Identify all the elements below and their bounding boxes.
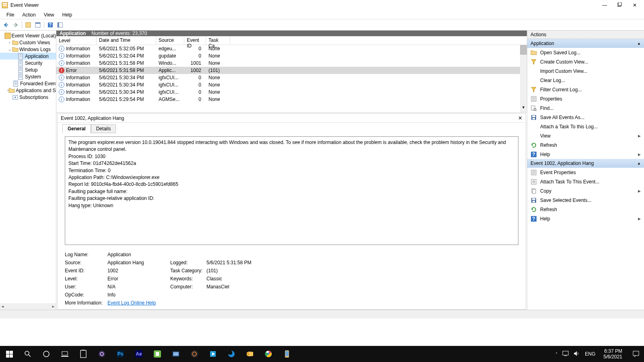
cortana-button[interactable] — [37, 346, 56, 362]
navigation-tree[interactable]: Event Viewer (Local)›Custom Views⌄Window… — [0, 31, 56, 310]
help-button[interactable]: ? — [46, 21, 55, 29]
action-item[interactable]: Attach Task To This Event... — [527, 177, 644, 186]
tree-node[interactable]: Forwarded Events — [0, 80, 56, 87]
action-item[interactable]: Refresh — [527, 140, 644, 150]
tray-volume-icon[interactable] — [574, 351, 580, 358]
show-tree-button[interactable] — [24, 21, 33, 29]
close-button[interactable]: ✕ — [633, 2, 637, 8]
event-log-online-help-link[interactable]: Event Log Online Help — [107, 300, 156, 306]
tree-node[interactable]: ›Applications and Services Logs — [0, 87, 56, 94]
toolbar-button-2[interactable] — [56, 21, 64, 29]
svg-point-68 — [25, 351, 29, 355]
taskbar-app[interactable]: Ae — [130, 346, 148, 362]
action-item[interactable]: Filter Current Log... — [527, 85, 644, 94]
taskbar-app[interactable] — [74, 346, 93, 362]
minimize-button[interactable]: — — [602, 2, 606, 8]
taskbar-app[interactable] — [278, 346, 296, 362]
start-button[interactable] — [0, 346, 19, 362]
taskbar-app[interactable] — [148, 346, 167, 362]
system-tray[interactable]: ˄ ENG 6:37 PM 5/6/2021 — [555, 348, 628, 360]
event-row[interactable]: !Error 5/6/2021 5:31:58 PM Applic... 100… — [56, 67, 527, 74]
action-item[interactable]: Save Selected Events... — [527, 195, 644, 205]
event-row[interactable]: iInformation 5/6/2021 5:30:34 PM igfxCUI… — [56, 74, 527, 81]
svg-point-74 — [99, 351, 105, 357]
actions-section-header[interactable]: Application▲ — [527, 39, 644, 48]
event-row[interactable]: iInformation 5/6/2021 5:30:34 PM igfxCUI… — [56, 81, 527, 88]
toolbar-button[interactable] — [33, 21, 42, 29]
action-item[interactable]: Find... — [527, 103, 644, 113]
taskbar[interactable]: Ps Ae ˄ ENG 6:37 PM 5/6/2021 — [0, 346, 644, 362]
action-item[interactable]: Open Saved Log... — [527, 48, 644, 57]
taskbar-app[interactable] — [204, 346, 222, 362]
detail-close-icon[interactable]: ✕ — [518, 115, 522, 121]
event-message[interactable]: The program explorer.exe version 10.0.19… — [65, 136, 518, 245]
grid-header[interactable]: Level Date and Time Source Event ID Task… — [56, 36, 527, 45]
action-item[interactable]: Copy▶ — [527, 186, 644, 195]
col-date[interactable]: Date and Time — [97, 36, 156, 45]
event-row[interactable]: iInformation 5/6/2021 5:30:34 PM igfxCUI… — [56, 88, 527, 96]
menu-view[interactable]: View — [40, 11, 58, 19]
taskbar-app[interactable] — [222, 346, 241, 362]
action-item[interactable]: View▶ — [527, 131, 644, 140]
taskview-button[interactable] — [56, 346, 74, 362]
action-item[interactable]: Save All Events As... — [527, 113, 644, 122]
col-level[interactable]: Level — [56, 36, 97, 45]
tray-language[interactable]: ENG — [585, 351, 595, 357]
event-grid[interactable]: Level Date and Time Source Event ID Task… — [56, 36, 527, 113]
taskbar-app[interactable] — [241, 346, 259, 362]
svg-text:?: ? — [532, 152, 535, 157]
search-button[interactable] — [19, 346, 37, 362]
tray-display-icon[interactable] — [562, 351, 569, 358]
event-row[interactable]: iInformation 5/6/2021 5:32:05 PM edgeu..… — [56, 45, 527, 52]
col-taskcat[interactable]: Task Ca... — [206, 36, 230, 45]
action-item[interactable]: Properties — [527, 94, 644, 103]
maximize-button[interactable] — [617, 2, 621, 8]
tree-node[interactable]: Setup — [0, 66, 56, 73]
action-item[interactable]: Clear Log... — [527, 76, 644, 85]
tab-general[interactable]: General — [62, 124, 91, 133]
tray-clock[interactable]: 6:37 PM 5/6/2021 — [600, 348, 625, 360]
notifications-button[interactable] — [628, 346, 644, 362]
tree-node[interactable]: System — [0, 73, 56, 80]
tree-root[interactable]: Event Viewer (Local) — [0, 32, 56, 39]
action-item[interactable]: Create Custom View... — [527, 57, 644, 66]
action-item[interactable]: Attach a Task To this Log... — [527, 122, 644, 131]
action-item[interactable]: ?Help▶ — [527, 150, 644, 159]
back-button[interactable] — [2, 21, 10, 29]
tray-chevron-icon[interactable]: ˄ — [555, 352, 557, 356]
actions-section-header[interactable]: Event 1002, Application Hang▲ — [527, 159, 644, 168]
refresh-icon — [530, 142, 537, 148]
menu-action[interactable]: Action — [18, 11, 39, 19]
tree-node[interactable]: Security — [0, 60, 56, 66]
tree-node[interactable]: ⌄Windows Logs — [0, 46, 56, 53]
taskbar-app[interactable] — [259, 346, 278, 362]
prop-value: 1002 — [107, 268, 170, 274]
tree-node[interactable]: Application — [0, 53, 56, 60]
taskbar-app[interactable] — [93, 346, 111, 362]
taskbar-app[interactable] — [167, 346, 185, 362]
taskbar-app[interactable] — [185, 346, 204, 362]
action-item[interactable]: ?Help▶ — [527, 214, 644, 223]
event-row[interactable]: iInformation 5/6/2021 5:31:58 PM Windo..… — [56, 60, 527, 67]
event-row[interactable]: iInformation 5/6/2021 5:32:04 PM gupdate… — [56, 52, 527, 60]
taskbar-app[interactable]: Ps — [111, 346, 130, 362]
action-item[interactable]: Event Properties — [527, 168, 644, 177]
tree-node[interactable]: ›Custom Views — [0, 39, 56, 46]
tree-horizontal-scrollbar[interactable]: ◄► — [0, 303, 56, 310]
tree-node[interactable]: Subscriptions — [0, 94, 56, 101]
event-row[interactable]: iInformation 5/6/2021 5:29:54 PM AGMSe..… — [56, 96, 527, 103]
menu-help[interactable]: Help — [58, 11, 76, 19]
col-eventid[interactable]: Event ID — [184, 36, 206, 45]
prop-value: Application — [107, 252, 170, 257]
props-icon — [530, 169, 537, 176]
menu-file[interactable]: File — [2, 11, 18, 19]
forward-button[interactable] — [11, 21, 20, 29]
action-item[interactable]: Refresh — [527, 205, 644, 214]
action-item[interactable]: Import Custom View... — [527, 66, 644, 76]
grid-vertical-scrollbar[interactable]: ▼ — [520, 45, 527, 112]
col-source[interactable]: Source — [156, 36, 184, 45]
tab-details[interactable]: Details — [91, 124, 116, 133]
svg-rect-91 — [285, 351, 289, 356]
blank-icon — [530, 77, 537, 84]
svg-rect-87 — [247, 352, 249, 356]
